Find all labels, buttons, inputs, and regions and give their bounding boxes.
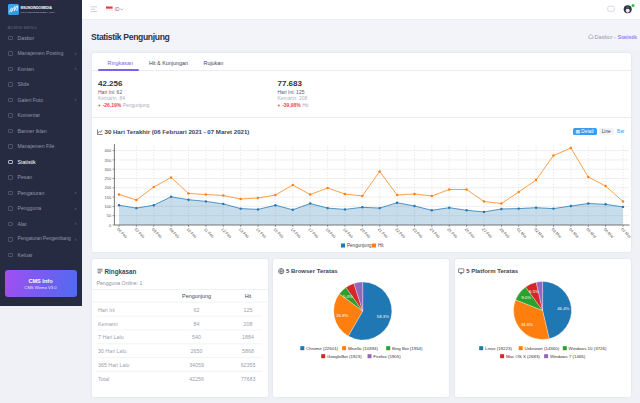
- svg-text:ID: ID: [115, 7, 120, 12]
